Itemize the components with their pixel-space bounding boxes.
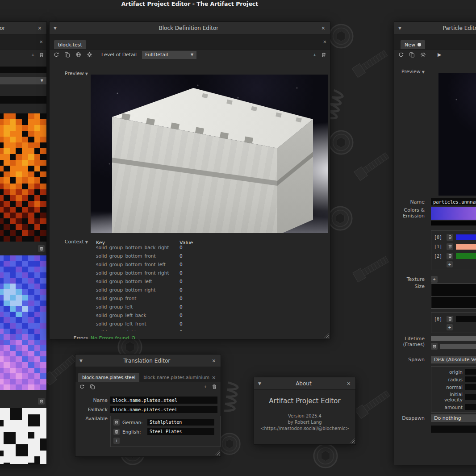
tab-plates-steel[interactable]: block.name.plates.steel — [78, 373, 139, 382]
translation-fallback-field[interactable]: block.name.plates.steel — [110, 406, 217, 413]
delete-color-button[interactable] — [447, 234, 453, 241]
particle-preview-viewport[interactable] — [438, 73, 476, 196]
texture-thumbnail-fire[interactable] — [0, 113, 46, 242]
texture-thumbnail-noise[interactable] — [0, 408, 46, 464]
tab-block-test[interactable]: block.test — [54, 40, 86, 49]
delete-texture-button[interactable] — [38, 245, 45, 252]
add-color-button[interactable]: + — [447, 261, 453, 267]
color-gradient-bar[interactable] — [431, 207, 476, 220]
texture-path-field[interactable] — [0, 96, 46, 104]
table-row[interactable]: solid_group_right 0 — [91, 328, 326, 331]
delete-language-button[interactable] — [113, 419, 120, 426]
close-tab-icon[interactable]: × — [319, 38, 330, 45]
despawn-mode-dropdown[interactable]: Do nothing ▼ — [431, 414, 476, 422]
collapse-icon[interactable]: ▼ — [85, 72, 88, 76]
play-icon[interactable]: ▶ — [438, 52, 441, 58]
window-titlebar[interactable]: ▼ Translation Editor × — [75, 355, 221, 367]
spawn-field-input[interactable] — [465, 376, 476, 382]
translation-value-field[interactable]: Steel Plates — [147, 428, 214, 435]
collapse-icon[interactable]: ▼ — [398, 26, 401, 30]
collapse-icon[interactable]: ▼ — [79, 359, 83, 363]
delete-color-button[interactable] — [447, 243, 453, 250]
table-row[interactable]: solid_group_left_back 0 — [91, 311, 326, 319]
spawn-field-input[interactable] — [465, 369, 476, 375]
size-value-field[interactable] — [456, 316, 476, 322]
spawn-mode-dropdown[interactable]: Disk (Absolute Velocity) ▼ — [431, 356, 476, 363]
refresh-icon[interactable] — [398, 52, 404, 58]
save-icon[interactable] — [409, 52, 415, 58]
lifetime-range-bar[interactable] — [440, 344, 476, 349]
color-swatch[interactable] — [456, 244, 476, 250]
translation-name-field[interactable]: block.name.plates.steel — [110, 397, 217, 404]
table-row[interactable]: solid_group_left 0 — [91, 302, 326, 311]
close-icon[interactable]: × — [321, 25, 326, 31]
refresh-icon[interactable] — [79, 384, 84, 389]
close-tab-icon[interactable]: × — [212, 375, 216, 380]
window-titlebar[interactable]: ▼ Particle Editor × — [394, 22, 476, 34]
save-icon[interactable] — [64, 52, 70, 58]
trash-icon[interactable] — [321, 52, 326, 58]
size-entry-list: [0] + — [431, 312, 476, 333]
close-tab-icon[interactable]: × — [36, 38, 46, 45]
texture-type-dropdown[interactable]: ▼ — [0, 77, 46, 84]
collapse-icon[interactable]: ▼ — [85, 240, 88, 244]
add-icon[interactable]: + — [313, 52, 316, 58]
close-icon[interactable]: × — [346, 380, 351, 387]
table-row[interactable]: solid_group_bottom_back_right 0 — [91, 243, 326, 251]
texture-name-field[interactable] — [0, 67, 46, 73]
collapse-icon[interactable]: ▼ — [422, 70, 425, 74]
lifetime-slider[interactable] — [431, 336, 476, 341]
refresh-icon[interactable] — [53, 52, 59, 58]
magnifier-icon[interactable] — [131, 336, 136, 339]
about-link[interactable]: <https://mastodon.social/@biochemic> — [254, 426, 355, 431]
tab-plates-aluminium[interactable]: block.name.plates.aluminium × — [139, 373, 220, 382]
resize-grip[interactable] — [350, 438, 355, 443]
save-icon[interactable] — [90, 384, 95, 389]
table-row[interactable]: solid_group_left_front 0 — [91, 319, 326, 328]
window-titlebar[interactable]: ▼ Texture Editor × — [0, 22, 46, 34]
despawn-parameter-field[interactable] — [431, 426, 476, 433]
close-icon[interactable]: × — [211, 358, 217, 364]
colors-emission-label: Colors & Emission — [394, 207, 427, 219]
delete-lifetime-button[interactable] — [431, 343, 438, 350]
delete-texture-button[interactable] — [38, 398, 45, 405]
add-size-entry-button[interactable]: + — [447, 324, 453, 330]
window-titlebar[interactable]: ▼ About × — [254, 377, 355, 390]
lod-dropdown[interactable]: FullDetail ▼ — [142, 51, 196, 59]
table-row[interactable]: solid_group_front 0 — [91, 294, 326, 302]
table-row[interactable]: solid_group_bottom_right 0 — [91, 285, 326, 294]
delete-size-entry-button[interactable] — [447, 316, 453, 322]
window-titlebar[interactable]: ▼ Block Definition Editor × — [50, 22, 330, 34]
particle-name-field[interactable]: particles.unnnamed — [431, 198, 476, 205]
texture-thumbnail-blue[interactable] — [0, 255, 46, 390]
gear-icon[interactable] — [420, 52, 426, 58]
emission-gradient-bar[interactable] — [431, 221, 476, 225]
add-icon[interactable]: + — [32, 52, 34, 58]
table-row[interactable]: solid_group_bottom_front 0 — [91, 251, 326, 260]
collapse-icon[interactable]: ▼ — [258, 381, 261, 386]
tab-new[interactable]: New — [401, 40, 425, 49]
trash-icon[interactable] — [212, 384, 217, 389]
spawn-field-input[interactable] — [465, 404, 476, 410]
trash-icon[interactable] — [39, 52, 44, 58]
color-swatch[interactable] — [456, 234, 476, 240]
delete-color-button[interactable] — [447, 253, 453, 259]
table-row[interactable]: solid_group_bottom_front_right 0 — [91, 268, 326, 277]
spawn-field-input[interactable] — [465, 384, 476, 390]
color-swatch[interactable] — [456, 253, 476, 259]
add-icon[interactable]: + — [204, 384, 207, 389]
size-curve-grid[interactable] — [431, 284, 476, 309]
block-preview-viewport[interactable] — [91, 75, 328, 233]
add-language-button[interactable]: + — [113, 438, 120, 444]
table-row[interactable]: solid_group_bottom_left 0 — [91, 277, 326, 285]
resize-grip[interactable] — [215, 451, 220, 455]
close-icon[interactable]: × — [37, 25, 42, 31]
delete-language-button[interactable] — [113, 429, 120, 435]
table-row[interactable]: solid_group_bottom_front_left 0 — [91, 260, 326, 268]
collapse-icon[interactable]: ▼ — [54, 26, 57, 30]
globe-icon[interactable] — [75, 52, 81, 58]
add-texture-button[interactable]: + — [431, 276, 438, 283]
gear-icon[interactable] — [87, 52, 92, 58]
translation-value-field[interactable]: Stahlplatten — [147, 419, 214, 426]
spawn-field-input[interactable] — [465, 394, 476, 400]
